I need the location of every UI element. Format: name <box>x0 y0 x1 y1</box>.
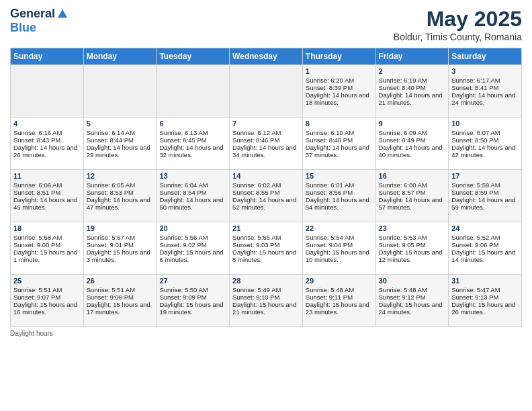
sunrise-line: Sunrise: 5:59 AM <box>451 181 519 189</box>
logo-icon <box>56 8 69 20</box>
day-number: 22 <box>306 224 373 232</box>
sunset-line: Sunset: 9:01 PM <box>87 241 154 248</box>
day-number: 27 <box>159 277 226 285</box>
sunrise-line: Sunrise: 5:56 AM <box>159 234 226 241</box>
logo-blue-text: Blue <box>10 21 36 35</box>
day-cell <box>11 65 84 118</box>
day-cell: 8Sunrise: 6:10 AMSunset: 8:48 PMDaylight… <box>302 118 375 170</box>
day-cell: 4Sunrise: 6:16 AMSunset: 8:43 PMDaylight… <box>11 118 84 170</box>
daylight-line: Daylight: 15 hours and 17 minutes. <box>87 301 154 316</box>
daylight-line: Daylight: 14 hours and 24 minutes. <box>451 91 519 106</box>
calendar-table: SundayMondayTuesdayWednesdayThursdayFrid… <box>10 48 522 327</box>
month-title: May 2025 <box>394 7 522 32</box>
sunrise-line: Sunrise: 5:51 AM <box>13 286 81 293</box>
sunset-line: Sunset: 8:54 PM <box>159 189 226 196</box>
sunrise-line: Sunrise: 5:58 AM <box>13 234 81 241</box>
sunrise-line: Sunrise: 6:06 AM <box>13 181 81 189</box>
sunrise-line: Sunrise: 6:12 AM <box>232 129 300 136</box>
day-number: 2 <box>379 67 446 75</box>
header-cell-tuesday: Tuesday <box>157 48 230 65</box>
day-cell <box>230 65 303 118</box>
sunset-line: Sunset: 8:43 PM <box>13 136 81 144</box>
sunset-line: Sunset: 9:13 PM <box>451 293 519 301</box>
daylight-line: Daylight: 15 hours and 12 minutes. <box>379 248 446 263</box>
day-cell: 27Sunrise: 5:50 AMSunset: 9:09 PMDayligh… <box>157 275 230 327</box>
daylight-line: Daylight: 15 hours and 3 minutes. <box>87 248 154 263</box>
week-row-5: 25Sunrise: 5:51 AMSunset: 9:07 PMDayligh… <box>11 275 522 327</box>
sunset-line: Sunset: 8:55 PM <box>232 189 300 196</box>
day-cell: 11Sunrise: 6:06 AMSunset: 8:51 PMDayligh… <box>11 170 84 222</box>
calendar-header: SundayMondayTuesdayWednesdayThursdayFrid… <box>11 48 522 65</box>
day-cell: 15Sunrise: 6:01 AMSunset: 8:56 PMDayligh… <box>302 170 375 222</box>
day-number: 7 <box>232 120 300 128</box>
day-cell: 7Sunrise: 6:12 AMSunset: 8:46 PMDaylight… <box>230 118 303 170</box>
sunset-line: Sunset: 8:53 PM <box>87 189 154 196</box>
sunrise-line: Sunrise: 5:48 AM <box>379 286 446 293</box>
day-number: 15 <box>306 172 373 180</box>
sunrise-line: Sunrise: 6:01 AM <box>306 181 373 189</box>
day-number: 26 <box>87 277 154 285</box>
day-cell: 3Sunrise: 6:17 AMSunset: 8:41 PMDaylight… <box>449 65 522 118</box>
day-number: 21 <box>232 224 300 232</box>
sunset-line: Sunset: 9:06 PM <box>451 241 519 248</box>
day-cell: 6Sunrise: 6:13 AMSunset: 8:45 PMDaylight… <box>157 118 230 170</box>
sunset-line: Sunset: 9:08 PM <box>87 293 154 301</box>
day-cell: 10Sunrise: 6:07 AMSunset: 8:50 PMDayligh… <box>449 118 522 170</box>
header-cell-monday: Monday <box>83 48 157 65</box>
day-cell: 29Sunrise: 5:48 AMSunset: 9:11 PMDayligh… <box>302 275 375 327</box>
logo: General Blue <box>10 7 69 35</box>
day-cell <box>157 65 230 118</box>
sunrise-line: Sunrise: 5:54 AM <box>306 234 373 241</box>
sunset-line: Sunset: 8:41 PM <box>451 84 519 91</box>
header: General Blue May 2025 Boldur, Timis Coun… <box>10 7 522 42</box>
daylight-line: Daylight: 15 hours and 24 minutes. <box>379 301 446 316</box>
sunset-line: Sunset: 8:39 PM <box>306 84 373 91</box>
daylight-line: Daylight: 14 hours and 37 minutes. <box>306 144 373 158</box>
day-cell: 17Sunrise: 5:59 AMSunset: 8:59 PMDayligh… <box>449 170 522 222</box>
daylight-line: Daylight: 14 hours and 52 minutes. <box>232 196 300 211</box>
daylight-line: Daylight: 14 hours and 42 minutes. <box>451 144 519 158</box>
day-number: 5 <box>87 120 154 128</box>
sunrise-line: Sunrise: 6:09 AM <box>379 129 446 136</box>
day-cell: 22Sunrise: 5:54 AMSunset: 9:04 PMDayligh… <box>302 222 375 275</box>
day-number: 3 <box>451 67 519 75</box>
day-number: 13 <box>159 172 226 180</box>
daylight-line: Daylight: 14 hours and 26 minutes. <box>13 144 81 158</box>
day-number: 24 <box>451 224 519 232</box>
daylight-line: Daylight: 14 hours and 34 minutes. <box>232 144 300 158</box>
daylight-line: Daylight: 15 hours and 19 minutes. <box>159 301 226 316</box>
day-cell: 1Sunrise: 6:20 AMSunset: 8:39 PMDaylight… <box>302 65 375 118</box>
day-number: 12 <box>87 172 154 180</box>
sunset-line: Sunset: 9:12 PM <box>379 293 446 301</box>
day-cell: 14Sunrise: 6:02 AMSunset: 8:55 PMDayligh… <box>230 170 303 222</box>
day-cell: 2Sunrise: 6:19 AMSunset: 8:40 PMDaylight… <box>375 65 449 118</box>
day-number: 4 <box>13 120 81 128</box>
day-number: 14 <box>232 172 300 180</box>
sunset-line: Sunset: 8:48 PM <box>306 136 373 144</box>
sunset-line: Sunset: 8:56 PM <box>306 189 373 196</box>
daylight-line: Daylight: 14 hours and 40 minutes. <box>379 144 446 158</box>
day-number: 29 <box>306 277 373 285</box>
day-number: 28 <box>232 277 300 285</box>
day-number: 19 <box>87 224 154 232</box>
day-cell: 21Sunrise: 5:55 AMSunset: 9:03 PMDayligh… <box>230 222 303 275</box>
daylight-line: Daylight: 14 hours and 32 minutes. <box>159 144 226 158</box>
sunrise-line: Sunrise: 5:49 AM <box>232 286 300 293</box>
sunrise-line: Sunrise: 5:53 AM <box>379 234 446 241</box>
day-number: 23 <box>379 224 446 232</box>
week-row-3: 11Sunrise: 6:06 AMSunset: 8:51 PMDayligh… <box>11 170 522 222</box>
sunset-line: Sunset: 9:10 PM <box>232 293 300 301</box>
sunset-line: Sunset: 8:50 PM <box>451 136 519 144</box>
sunrise-line: Sunrise: 6:16 AM <box>13 129 81 136</box>
day-number: 30 <box>379 277 446 285</box>
sunrise-line: Sunrise: 6:04 AM <box>159 181 226 189</box>
sunrise-line: Sunrise: 5:55 AM <box>232 234 300 241</box>
day-cell: 19Sunrise: 5:57 AMSunset: 9:01 PMDayligh… <box>83 222 157 275</box>
sunrise-line: Sunrise: 5:50 AM <box>159 286 226 293</box>
day-cell: 12Sunrise: 6:05 AMSunset: 8:53 PMDayligh… <box>83 170 157 222</box>
svg-marker-0 <box>58 9 67 17</box>
daylight-line: Daylight: 14 hours and 47 minutes. <box>87 196 154 211</box>
title-block: May 2025 Boldur, Timis County, Romania <box>394 7 522 42</box>
day-cell <box>83 65 157 118</box>
day-cell: 24Sunrise: 5:52 AMSunset: 9:06 PMDayligh… <box>449 222 522 275</box>
